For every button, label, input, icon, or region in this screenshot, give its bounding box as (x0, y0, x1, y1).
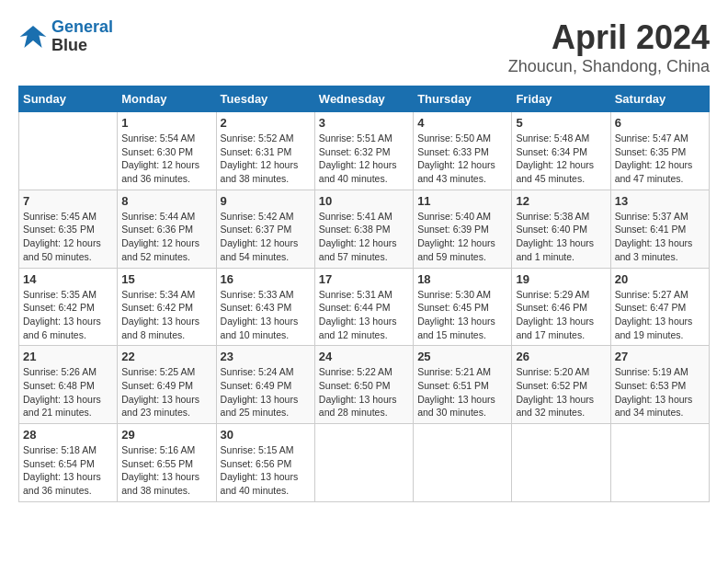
calendar-cell: 15Sunrise: 5:34 AMSunset: 6:42 PMDayligh… (118, 268, 216, 346)
day-number: 11 (417, 194, 507, 208)
day-info: Sunrise: 5:38 AMSunset: 6:40 PMDaylight:… (516, 210, 606, 264)
day-info: Sunrise: 5:27 AMSunset: 6:47 PMDaylight:… (615, 288, 705, 342)
calendar-cell (414, 424, 512, 502)
day-info: Sunrise: 5:24 AMSunset: 6:49 PMDaylight:… (221, 365, 311, 419)
day-number: 18 (417, 272, 507, 286)
calendar-week: 28Sunrise: 5:18 AMSunset: 6:54 PMDayligh… (19, 424, 710, 502)
calendar-week: 1Sunrise: 5:54 AMSunset: 6:30 PMDaylight… (19, 112, 710, 190)
weekday-header: Saturday (610, 86, 709, 112)
calendar-cell: 26Sunrise: 5:20 AMSunset: 6:52 PMDayligh… (512, 346, 610, 424)
calendar-week: 7Sunrise: 5:45 AMSunset: 6:35 PMDaylight… (19, 190, 710, 268)
calendar-cell (19, 112, 118, 190)
day-number: 27 (615, 350, 705, 363)
calendar-cell: 23Sunrise: 5:24 AMSunset: 6:49 PMDayligh… (216, 346, 314, 424)
day-number: 14 (23, 272, 113, 286)
day-info: Sunrise: 5:41 AMSunset: 6:38 PMDaylight:… (319, 210, 409, 264)
day-number: 29 (121, 428, 211, 442)
logo-line1: General (51, 17, 113, 36)
calendar-cell (610, 424, 709, 502)
calendar-cell: 4Sunrise: 5:50 AMSunset: 6:33 PMDaylight… (414, 112, 512, 190)
calendar-cell: 30Sunrise: 5:15 AMSunset: 6:56 PMDayligh… (216, 424, 314, 502)
calendar-cell: 1Sunrise: 5:54 AMSunset: 6:30 PMDaylight… (118, 112, 216, 190)
title-area: April 2024 Zhoucun, Shandong, China (508, 18, 710, 76)
day-number: 8 (121, 194, 211, 208)
calendar-cell: 13Sunrise: 5:37 AMSunset: 6:41 PMDayligh… (610, 190, 709, 268)
calendar-cell: 5Sunrise: 5:48 AMSunset: 6:34 PMDaylight… (512, 112, 610, 190)
day-number: 22 (121, 350, 211, 363)
day-number: 4 (417, 116, 507, 130)
calendar-cell: 8Sunrise: 5:44 AMSunset: 6:36 PMDaylight… (118, 190, 216, 268)
day-number: 7 (23, 194, 113, 208)
calendar-cell: 21Sunrise: 5:26 AMSunset: 6:48 PMDayligh… (19, 346, 118, 424)
weekday-header: Friday (512, 86, 610, 112)
day-number: 17 (319, 272, 409, 286)
calendar-cell: 12Sunrise: 5:38 AMSunset: 6:40 PMDayligh… (512, 190, 610, 268)
calendar-cell: 28Sunrise: 5:18 AMSunset: 6:54 PMDayligh… (19, 424, 118, 502)
day-number: 1 (121, 116, 211, 130)
day-info: Sunrise: 5:51 AMSunset: 6:32 PMDaylight:… (319, 132, 409, 186)
day-info: Sunrise: 5:34 AMSunset: 6:42 PMDaylight:… (121, 288, 211, 342)
calendar-table: SundayMondayTuesdayWednesdayThursdayFrid… (18, 86, 710, 502)
day-info: Sunrise: 5:45 AMSunset: 6:35 PMDaylight:… (23, 210, 113, 264)
day-info: Sunrise: 5:16 AMSunset: 6:55 PMDaylight:… (121, 443, 211, 498)
location-title: Zhoucun, Shandong, China (508, 57, 710, 76)
day-number: 30 (221, 428, 311, 442)
day-info: Sunrise: 5:21 AMSunset: 6:51 PMDaylight:… (417, 365, 507, 419)
calendar-week: 14Sunrise: 5:35 AMSunset: 6:42 PMDayligh… (19, 268, 710, 346)
logo: General Blue (18, 18, 113, 55)
logo-icon (18, 22, 48, 52)
calendar-cell: 3Sunrise: 5:51 AMSunset: 6:32 PMDaylight… (314, 112, 413, 190)
calendar-cell: 2Sunrise: 5:52 AMSunset: 6:31 PMDaylight… (216, 112, 314, 190)
day-number: 20 (615, 272, 705, 286)
day-info: Sunrise: 5:44 AMSunset: 6:36 PMDaylight:… (121, 210, 211, 264)
logo-text: General Blue (51, 18, 113, 55)
day-info: Sunrise: 5:31 AMSunset: 6:44 PMDaylight:… (319, 288, 409, 342)
calendar-cell: 6Sunrise: 5:47 AMSunset: 6:35 PMDaylight… (610, 112, 709, 190)
calendar-cell: 11Sunrise: 5:40 AMSunset: 6:39 PMDayligh… (414, 190, 512, 268)
day-number: 3 (319, 116, 409, 130)
day-number: 12 (516, 194, 606, 208)
day-number: 5 (516, 116, 606, 130)
svg-marker-0 (20, 26, 47, 48)
calendar-cell: 29Sunrise: 5:16 AMSunset: 6:55 PMDayligh… (118, 424, 216, 502)
day-number: 28 (23, 428, 113, 442)
calendar-cell: 19Sunrise: 5:29 AMSunset: 6:46 PMDayligh… (512, 268, 610, 346)
weekday-header: Thursday (414, 86, 512, 112)
day-number: 6 (615, 116, 705, 130)
day-info: Sunrise: 5:47 AMSunset: 6:35 PMDaylight:… (615, 132, 705, 186)
day-info: Sunrise: 5:22 AMSunset: 6:50 PMDaylight:… (319, 365, 409, 419)
calendar-cell: 9Sunrise: 5:42 AMSunset: 6:37 PMDaylight… (216, 190, 314, 268)
day-info: Sunrise: 5:30 AMSunset: 6:45 PMDaylight:… (417, 288, 507, 342)
calendar-cell: 17Sunrise: 5:31 AMSunset: 6:44 PMDayligh… (314, 268, 413, 346)
month-title: April 2024 (508, 18, 710, 57)
day-info: Sunrise: 5:26 AMSunset: 6:48 PMDaylight:… (23, 365, 113, 419)
calendar-cell: 20Sunrise: 5:27 AMSunset: 6:47 PMDayligh… (610, 268, 709, 346)
day-info: Sunrise: 5:33 AMSunset: 6:43 PMDaylight:… (221, 288, 311, 342)
calendar-cell: 22Sunrise: 5:25 AMSunset: 6:49 PMDayligh… (118, 346, 216, 424)
day-number: 10 (319, 194, 409, 208)
day-info: Sunrise: 5:29 AMSunset: 6:46 PMDaylight:… (516, 288, 606, 342)
day-number: 24 (319, 350, 409, 363)
day-info: Sunrise: 5:40 AMSunset: 6:39 PMDaylight:… (417, 210, 507, 264)
weekday-header: Sunday (19, 86, 118, 112)
calendar-cell: 18Sunrise: 5:30 AMSunset: 6:45 PMDayligh… (414, 268, 512, 346)
day-number: 26 (516, 350, 606, 363)
day-info: Sunrise: 5:35 AMSunset: 6:42 PMDaylight:… (23, 288, 113, 342)
calendar-cell: 16Sunrise: 5:33 AMSunset: 6:43 PMDayligh… (216, 268, 314, 346)
day-info: Sunrise: 5:15 AMSunset: 6:56 PMDaylight:… (221, 443, 311, 498)
header-row: SundayMondayTuesdayWednesdayThursdayFrid… (19, 86, 710, 112)
day-number: 19 (516, 272, 606, 286)
calendar-cell (512, 424, 610, 502)
weekday-header: Tuesday (216, 86, 314, 112)
day-number: 2 (221, 116, 311, 130)
day-info: Sunrise: 5:50 AMSunset: 6:33 PMDaylight:… (417, 132, 507, 186)
day-info: Sunrise: 5:25 AMSunset: 6:49 PMDaylight:… (121, 365, 211, 419)
day-number: 25 (417, 350, 507, 363)
calendar-cell: 27Sunrise: 5:19 AMSunset: 6:53 PMDayligh… (610, 346, 709, 424)
day-info: Sunrise: 5:18 AMSunset: 6:54 PMDaylight:… (23, 443, 113, 498)
day-number: 15 (121, 272, 211, 286)
calendar-cell: 7Sunrise: 5:45 AMSunset: 6:35 PMDaylight… (19, 190, 118, 268)
day-info: Sunrise: 5:42 AMSunset: 6:37 PMDaylight:… (221, 210, 311, 264)
day-number: 23 (221, 350, 311, 363)
calendar-cell (314, 424, 413, 502)
